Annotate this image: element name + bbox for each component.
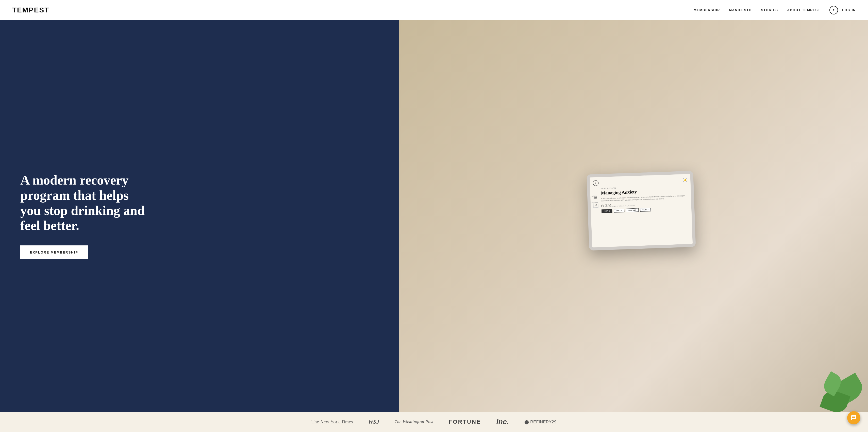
nav-about[interactable]: ABOUT TEMPEST [787,8,820,12]
tablet-part1-button[interactable]: PART 1 [601,209,612,213]
media-logos-bar: The New York Times WSJ The Washington Po… [0,412,868,432]
tablet-notification-bell: 🔔 [682,178,687,182]
explore-membership-button[interactable]: EXPLORE MEMBERSHIP [20,245,88,259]
nav-manifesto[interactable]: MANIFESTO [729,8,752,12]
tablet-lesson-description: In this month's lesson, we will explore … [601,195,688,202]
wapo-logo: The Washington Post [395,419,433,424]
tablet-top-bar: t 🔔 [593,177,687,186]
tablet-coaching-icon[interactable] [593,203,598,208]
site-header: TEMPEST MEMBERSHIP MANIFESTO STORIES ABO… [0,0,868,20]
fortune-logo: FORTUNE [449,419,481,425]
nav-stories[interactable]: STORIES [761,8,778,12]
tablet-parts-row: PART 1 PART 2 LIVE Q&A PART 3 [601,206,688,213]
site-logo[interactable]: TEMPEST [12,6,49,14]
tablet-focus-label: FOCUS EMOTIONAL, PHYSICAL, SOCIAL [605,203,636,207]
tablet-menu-label: MENU [591,196,596,197]
hero-heading: A modern recovery program that helps you… [20,173,147,233]
tablet-part2-button[interactable]: PART 2 [614,209,624,212]
tablet-focus-icon: ⊕ [601,205,604,207]
hero-left-panel: A modern recovery program that helps you… [0,20,399,412]
login-button[interactable]: LOG IN [842,8,856,12]
tablet-scene: t 🔔 NEXT LESSON Managing Anxiety In this… [399,20,868,412]
hero-right-panel: t 🔔 NEXT LESSON Managing Anxiety In this… [399,20,868,412]
chat-bubble-button[interactable] [847,411,860,424]
tablet-coaching-label: COACHING [591,202,596,203]
tablet-liveqa-button[interactable]: LIVE Q&A [626,208,639,212]
tablet-mockup: t 🔔 NEXT LESSON Managing Anxiety In this… [587,171,696,251]
wsj-logo: WSJ [368,419,379,425]
inc-logo: Inc. [496,418,509,426]
nav-membership[interactable]: MEMBERSHIP [694,8,720,12]
login-icon[interactable]: t [830,6,838,14]
svg-point-4 [595,205,596,206]
hero-section: A modern recovery program that helps you… [0,20,868,412]
refinery29-logo: ⬤ REFINERY29 [524,420,557,424]
tablet-screen: t 🔔 NEXT LESSON Managing Anxiety In this… [590,174,692,247]
tablet-logo: t [593,180,599,186]
nyt-logo: The New York Times [311,419,353,425]
login-area: t LOG IN [830,6,856,14]
chat-icon [851,415,857,421]
tablet-focus-row: ⊕ FOCUS EMOTIONAL, PHYSICAL, SOCIAL [601,201,688,207]
hero-content: A modern recovery program that helps you… [20,173,147,259]
tablet-part3-button[interactable]: PART 3 [640,208,651,211]
plant-decoration [822,361,868,412]
main-nav: MEMBERSHIP MANIFESTO STORIES ABOUT TEMPE… [694,6,856,14]
